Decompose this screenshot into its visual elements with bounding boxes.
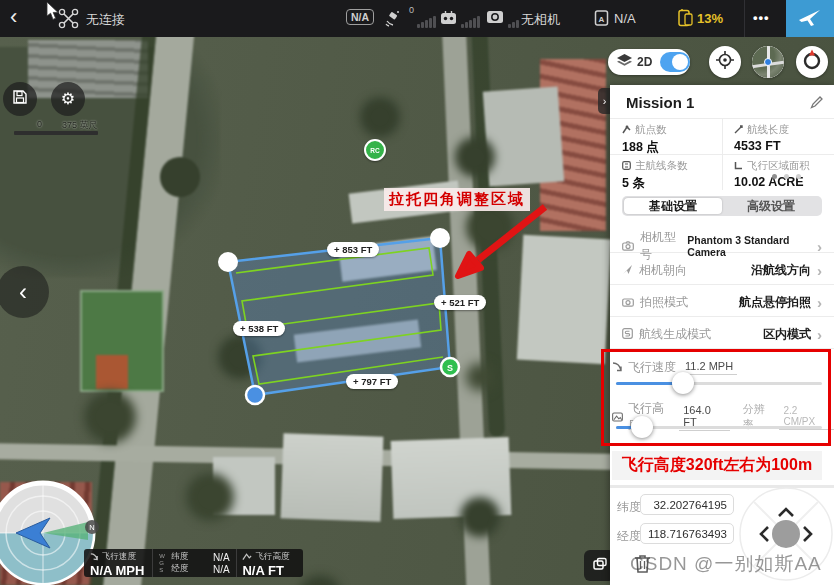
telemetry-speed-label: 飞行速度 (102, 551, 136, 563)
flight-speed-value[interactable]: 11.2 MPH (681, 360, 737, 375)
camera-icon (622, 237, 634, 255)
watermark: CSDN @一别如斯AA (630, 551, 822, 577)
edge-distance-left: + 538 FT (233, 321, 285, 336)
scale-bar (14, 131, 98, 135)
map-mode-label: 2D (637, 55, 652, 69)
locate-me-button[interactable] (709, 46, 741, 78)
chevron-left-icon: ‹ (19, 280, 27, 304)
mission-settings-button[interactable]: ⚙ (51, 82, 85, 116)
telemetry-lng-value: N/A (213, 564, 230, 575)
chevron-right-icon: › (817, 294, 822, 311)
stat-mainlines: 主航线条数 5 条 (622, 159, 688, 192)
chevron-right-icon: › (817, 326, 822, 343)
mouse-cursor (46, 2, 60, 25)
corner-handle-topleft[interactable] (218, 252, 238, 272)
flight-speed-icon (612, 358, 623, 376)
gps-count: 0 (409, 5, 414, 15)
edge-distance-bottom: + 797 FT (346, 374, 398, 389)
longitude-field[interactable]: 118.716763493 (640, 523, 734, 544)
edge-distance-top: + 853 FT (327, 242, 379, 257)
flight-speed-slider[interactable] (616, 382, 822, 385)
corner-handle-bottomleft[interactable] (246, 386, 264, 404)
area-icon (734, 160, 743, 172)
copy-icon (592, 556, 608, 576)
settings-tabs: 基础设置 高级设置 (622, 196, 822, 216)
crosshair-icon (715, 50, 735, 74)
telemetry-bar: 飞行速度 N/A MPH WGS 纬度 N/A 经度 N/A 飞行高度 N/A … (84, 549, 303, 577)
back-button[interactable]: ‹ (10, 4, 17, 30)
corner-handle-topright[interactable] (430, 228, 450, 248)
setting-camera-heading[interactable]: 相机朝向 沿航线方向 › (622, 261, 822, 279)
mission-title: Mission 1 (626, 94, 694, 111)
wgs-label: WGS (159, 553, 167, 575)
svg-text:A: A (599, 15, 605, 24)
satellite-icon (383, 9, 403, 31)
start-point-marker[interactable]: S (441, 358, 459, 376)
edit-mission-icon[interactable] (810, 95, 823, 113)
save-mission-button[interactable] (3, 82, 37, 116)
nudge-center-button (772, 520, 800, 548)
hint-arrow-shaft (478, 207, 545, 260)
telemetry-lng-label: 经度 (171, 563, 188, 575)
photo-icon (622, 293, 634, 311)
longitude-label: 经度 (617, 528, 641, 545)
drag-corners-hint: 拉托四角调整区域 (384, 188, 530, 211)
minimap-button[interactable] (752, 46, 784, 78)
mainlines-icon (622, 160, 631, 172)
gear-icon: ⚙ (61, 91, 75, 107)
direction-icon (622, 261, 633, 279)
stat-route-length: 航线长度 4533 FT (734, 123, 789, 153)
more-menu-button[interactable]: ••• (753, 10, 770, 25)
connection-status: 无连接 (86, 11, 125, 29)
svg-text:N: N (89, 523, 94, 532)
route-mode-icon (622, 325, 633, 343)
telemetry-speed-value: N/A MPH (90, 563, 146, 578)
setting-photo-mode[interactable]: 拍照模式 航点悬停拍照 › (622, 293, 822, 311)
status-bar: ‹ 无连接 N/A 0 无相机 A N/A (0, 0, 834, 37)
video-signal-bars (508, 15, 519, 28)
compass-icon (800, 48, 824, 76)
layers-icon (617, 53, 632, 71)
camera-signal-icon (486, 10, 504, 28)
tab-advanced-settings[interactable]: 高级设置 (722, 198, 820, 214)
sd-card-icon: A (594, 9, 611, 31)
flight-mode-badge: N/A (346, 9, 374, 25)
stats-page-dots[interactable] (772, 174, 801, 179)
flight-speed-row: 飞行速度 11.2 MPH (612, 358, 737, 376)
gps-signal-bars (417, 15, 436, 28)
waypoint-icon (622, 124, 631, 136)
speed-icon (90, 552, 99, 563)
chevron-right-icon: › (817, 238, 822, 255)
camera-status: 无相机 (521, 11, 560, 29)
flight-speed-slider-knob[interactable] (672, 372, 694, 394)
flight-altitude-slider-knob[interactable] (631, 416, 653, 438)
rc-location-marker: RC (364, 139, 386, 161)
latitude-label: 纬度 (617, 499, 641, 516)
telemetry-lat-label: 纬度 (171, 551, 188, 563)
stat-waypoints: 航点数 188 点 (622, 123, 667, 156)
setting-camera-model[interactable]: 相机型号 Phantom 3 Standard Camera › (622, 229, 822, 263)
tab-basic-settings[interactable]: 基础设置 (624, 198, 722, 214)
telemetry-alt-value: N/A FT (242, 563, 297, 578)
battery-icon (677, 8, 693, 32)
telemetry-alt-label: 飞行高度 (255, 551, 289, 563)
svg-text:S: S (447, 363, 453, 373)
latitude-field[interactable]: 32.202764195 (640, 494, 734, 515)
save-icon (12, 89, 28, 109)
remote-controller-icon (440, 10, 457, 29)
setting-route-generation-mode[interactable]: 航线生成模式 区内模式 › (622, 325, 822, 343)
edge-distance-right: + 521 FT (434, 295, 486, 310)
rc-signal-bars (461, 15, 480, 28)
map-mode-pill[interactable]: 2D (608, 49, 690, 75)
drone-icon (58, 8, 79, 33)
chevron-right-icon: › (817, 262, 822, 279)
telemetry-lat-value: N/A (213, 552, 230, 563)
scale-start-label: 0 (37, 119, 42, 129)
battery-level: 13% (697, 11, 723, 26)
takeoff-button[interactable] (786, 0, 834, 37)
flight-altitude-icon (612, 408, 623, 426)
compass-reset-button[interactable] (796, 46, 828, 78)
mode-toggle[interactable] (660, 52, 690, 72)
airplane-icon (798, 7, 822, 31)
altitude-note: 飞行高度320ft左右为100m (612, 451, 822, 480)
